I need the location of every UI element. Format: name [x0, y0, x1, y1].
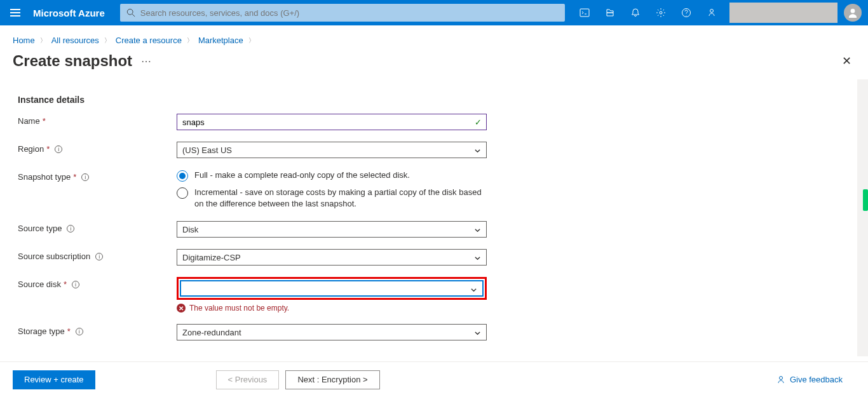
source-disk-error-text: The value must not be empty. [189, 304, 289, 313]
radio-selected-icon [177, 170, 188, 182]
info-icon[interactable]: i [72, 281, 79, 288]
section-instance-details: Instance details [18, 95, 850, 105]
svg-rect-2 [580, 9, 589, 17]
title-row: Create snapshot ⋯ ✕ [0, 49, 868, 78]
source-disk-error: ✕ The value must not be empty. [177, 304, 487, 313]
label-source-disk-text: Source disk [18, 279, 61, 289]
cloud-shell-icon[interactable] [572, 0, 597, 25]
info-icon[interactable]: i [76, 328, 83, 335]
label-source-type: Source type i [18, 221, 177, 233]
required-asterisk: * [64, 279, 67, 289]
radio-full[interactable]: Full - make a complete read-only copy of… [177, 170, 487, 182]
region-select[interactable]: (US) East US [177, 142, 487, 158]
breadcrumb-all-resources[interactable]: All resources [51, 36, 99, 45]
feedback-person-icon [776, 375, 786, 385]
review-create-button[interactable]: Review + create [13, 370, 95, 389]
svg-line-1 [132, 14, 135, 17]
label-name-text: Name [18, 116, 40, 126]
previous-button[interactable]: < Previous [216, 370, 280, 389]
account-box[interactable] [729, 3, 837, 23]
more-actions-icon[interactable]: ⋯ [141, 55, 151, 67]
next-button[interactable]: Next : Encryption > [285, 370, 379, 389]
required-asterisk: * [43, 116, 46, 126]
svg-point-0 [127, 9, 133, 15]
label-source-subscription-text: Source subscription [18, 252, 90, 261]
scroll-accent [863, 189, 868, 211]
directories-icon[interactable] [597, 0, 623, 25]
source-type-value: Disk [182, 225, 198, 234]
label-name: Name * [18, 114, 177, 126]
settings-icon[interactable] [648, 0, 674, 25]
name-input[interactable] [177, 114, 487, 130]
required-asterisk: * [46, 144, 50, 154]
label-source-type-text: Source type [18, 224, 62, 233]
search-icon [126, 8, 135, 17]
label-source-subscription: Source subscription i [18, 249, 177, 261]
label-source-disk: Source disk * i [18, 277, 177, 289]
breadcrumb-create-resource[interactable]: Create a resource [116, 36, 182, 45]
source-type-select[interactable]: Disk [177, 221, 487, 238]
breadcrumb-marketplace[interactable]: Marketplace [198, 36, 243, 45]
chevron-down-icon [474, 147, 481, 156]
label-region: Region * i [18, 142, 177, 154]
chevron-right-icon: 〉 [40, 36, 46, 45]
breadcrumb-home[interactable]: Home [13, 36, 35, 45]
chevron-down-icon [474, 226, 481, 236]
help-icon[interactable] [674, 0, 699, 25]
required-asterisk: * [67, 326, 71, 336]
chevron-right-icon: 〉 [248, 36, 255, 45]
checkmark-icon: ✓ [475, 118, 482, 127]
give-feedback-text: Give feedback [790, 375, 843, 384]
source-disk-highlight [177, 277, 487, 300]
radio-incremental-label: Incremental - save on storage costs by m… [194, 187, 484, 210]
label-region-text: Region [18, 144, 44, 154]
error-icon: ✕ [177, 304, 186, 313]
svg-point-5 [710, 10, 714, 13]
label-storage-type: Storage type * i [18, 324, 177, 336]
search-input[interactable] [140, 8, 559, 18]
chevron-down-icon [470, 286, 477, 295]
info-icon[interactable]: i [67, 225, 74, 232]
required-asterisk: * [73, 172, 76, 182]
user-avatar[interactable] [844, 4, 862, 22]
search-box[interactable] [120, 4, 565, 22]
storage-type-value: Zone-redundant [182, 328, 241, 337]
label-snapshot-type-text: Snapshot type [18, 172, 71, 182]
info-icon[interactable]: i [81, 173, 89, 181]
hamburger-menu-icon[interactable] [0, 0, 31, 25]
label-storage-type-text: Storage type [18, 326, 65, 336]
source-disk-select[interactable] [180, 280, 484, 297]
chevron-right-icon: 〉 [104, 36, 111, 45]
radio-full-label: Full - make a complete read-only copy of… [194, 170, 410, 181]
feedback-icon[interactable] [699, 0, 724, 25]
breadcrumb: Home 〉 All resources 〉 Create a resource… [0, 25, 868, 49]
source-subscription-select[interactable]: Digitamize-CSP [177, 249, 487, 266]
page-title: Create snapshot [13, 52, 132, 70]
radio-unselected-icon [177, 187, 188, 199]
svg-point-7 [779, 376, 782, 379]
svg-point-3 [660, 11, 662, 14]
label-snapshot-type: Snapshot type * i [18, 170, 177, 182]
chevron-down-icon [474, 254, 481, 264]
close-icon[interactable]: ✕ [838, 50, 855, 72]
form-content: Instance details Name * ✓ Region * i (US… [0, 78, 868, 377]
region-value: (US) East US [182, 145, 232, 155]
scrollbar-track[interactable] [857, 79, 868, 356]
chevron-down-icon [474, 329, 481, 339]
give-feedback-link[interactable]: Give feedback [776, 375, 843, 385]
top-header: Microsoft Azure [0, 0, 868, 25]
chevron-right-icon: 〉 [187, 36, 193, 45]
brand-label: Microsoft Azure [31, 8, 115, 18]
footer-bar: Review + create < Previous Next : Encryp… [0, 361, 868, 397]
info-icon[interactable]: i [95, 253, 103, 260]
svg-point-6 [851, 9, 855, 13]
radio-incremental[interactable]: Incremental - save on storage costs by m… [177, 187, 487, 210]
source-subscription-value: Digitamize-CSP [182, 253, 241, 262]
storage-type-select[interactable]: Zone-redundant [177, 324, 487, 340]
notifications-icon[interactable] [623, 0, 648, 25]
info-icon[interactable]: i [55, 145, 62, 153]
header-icons [572, 0, 724, 25]
